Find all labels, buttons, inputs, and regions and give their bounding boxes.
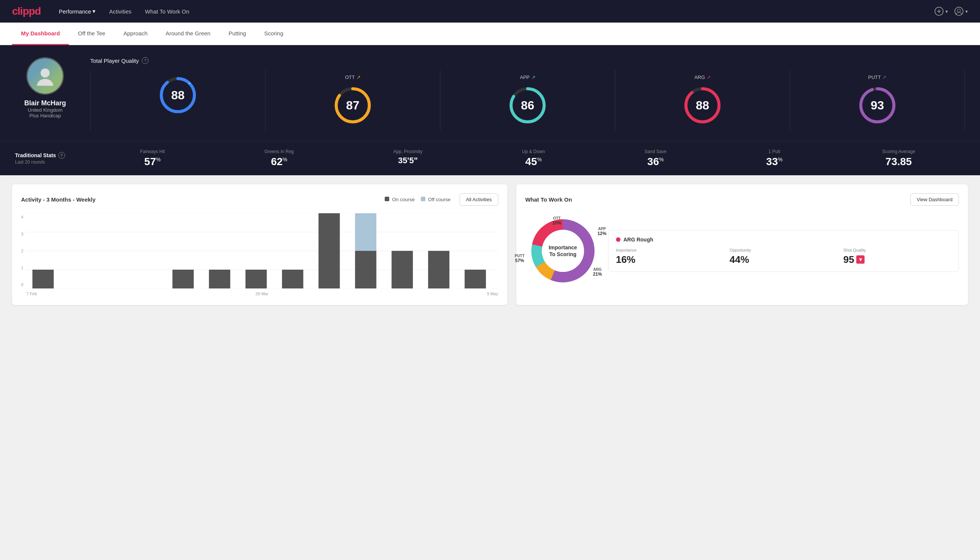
importance-metric: Importance 16% — [616, 248, 724, 265]
activity-chart-card: Activity - 3 Months - Weekly On course O… — [12, 184, 507, 305]
donut-center-text: Importance To Scoring — [549, 244, 577, 258]
trad-stats-sublabel: Last 20 rounds — [15, 160, 90, 165]
putt-label: PUTT — [868, 75, 881, 80]
app-arrow-icon: ↗ — [531, 75, 536, 80]
nav-right-icons: ▾ ▾ — [934, 7, 968, 16]
score-overall: 88 — [91, 70, 266, 130]
hero-section: Blair McHarg United Kingdom Plus Handica… — [0, 45, 980, 141]
activity-chart-title: Activity - 3 Months - Weekly — [21, 196, 95, 203]
arg-rough-title: ARG Rough — [624, 237, 653, 243]
importance-value: 16% — [616, 254, 724, 265]
bar-1-on — [32, 270, 54, 288]
cards-row: Activity - 3 Months - Weekly On course O… — [0, 175, 980, 314]
opportunity-metric: Opportunity 44% — [730, 248, 837, 265]
app-logo[interactable]: clippd — [12, 5, 41, 17]
bar-11-on — [391, 251, 413, 288]
bar-5-on — [173, 270, 194, 288]
score-arg: ARG ↗ 88 — [615, 70, 790, 130]
traditional-stats: Traditional Stats ? Last 20 rounds Fairw… — [0, 141, 980, 175]
stat-fairways-hit: Fairways Hit 57% — [140, 149, 165, 168]
nav-what-to-work-on[interactable]: What To Work On — [145, 8, 190, 15]
arg-label: ARG — [694, 75, 705, 80]
player-name: Blair McHarg — [24, 99, 66, 107]
score-putt-value: 93 — [870, 98, 884, 112]
score-app-value: 86 — [521, 98, 534, 112]
x-label-may: 9 May — [487, 292, 498, 296]
add-chevron-icon: ▾ — [945, 8, 948, 14]
shot-quality-value: 95 ▼ — [844, 254, 951, 265]
bar-12-on — [428, 251, 450, 288]
score-app: APP ↗ 86 — [440, 70, 615, 130]
add-button[interactable]: ▾ — [934, 7, 948, 16]
red-dot-icon — [616, 237, 621, 242]
importance-donut: Importance To Scoring PUTT 57% OTT 10% A… — [525, 213, 601, 288]
tab-my-dashboard[interactable]: My Dashboard — [12, 23, 69, 45]
svg-point-4 — [957, 9, 960, 12]
ott-arrow-icon: ↗ — [356, 75, 361, 80]
bar-13-on — [465, 270, 486, 288]
svg-point-5 — [41, 68, 50, 77]
score-putt: PUTT ↗ 93 — [790, 70, 965, 130]
arg-rough-card: ARG Rough Importance 16% Opportunity 44%… — [608, 230, 959, 272]
stat-1-putt: 1 Putt 33% — [766, 149, 782, 168]
all-activities-button[interactable]: All Activities — [459, 193, 498, 206]
off-course-legend-dot — [421, 197, 425, 201]
arg-ext-label: ARG 21% — [593, 267, 602, 277]
off-course-legend-label: Off course — [428, 197, 451, 202]
putt-ext-label: PUTT 57% — [515, 254, 524, 263]
view-dashboard-button[interactable]: View Dashboard — [910, 193, 959, 206]
y-label-2: 2 — [21, 248, 23, 253]
on-course-legend-dot — [385, 197, 389, 201]
y-label-4: 4 — [21, 215, 23, 219]
player-handicap: Plus Handicap — [29, 113, 61, 118]
wtwo-title: What To Work On — [525, 196, 572, 203]
ott-label: OTT — [345, 75, 355, 80]
chevron-down-icon: ▾ — [93, 8, 95, 15]
tab-approach[interactable]: Approach — [114, 23, 156, 45]
tab-around-the-green[interactable]: Around the Green — [156, 23, 219, 45]
tab-scoring[interactable]: Scoring — [255, 23, 292, 45]
nav-activities[interactable]: Activities — [109, 8, 131, 15]
bar-7-on — [246, 270, 267, 288]
arg-arrow-icon: ↗ — [707, 75, 711, 80]
stat-greens-in-reg: Greens In Reg 62% — [265, 149, 294, 168]
y-label-0: 0 — [21, 282, 23, 287]
bar-8-on — [282, 270, 303, 288]
down-badge-icon: ▼ — [856, 255, 865, 263]
stat-scoring-average: Scoring Average 73.85 — [882, 149, 915, 168]
shot-quality-metric: Shot Quality 95 ▼ — [844, 248, 951, 265]
app-ext-label: APP 12% — [597, 227, 607, 236]
stat-up-and-down: Up & Down 45% — [522, 149, 545, 168]
y-label-3: 3 — [21, 232, 23, 236]
player-info: Blair McHarg United Kingdom Plus Handica… — [15, 57, 75, 118]
what-to-work-on-card: What To Work On View Dashboard — [516, 184, 968, 305]
trad-stats-title: Traditional Stats — [15, 152, 56, 158]
tab-off-the-tee[interactable]: Off the Tee — [69, 23, 114, 45]
help-icon[interactable]: ? — [142, 57, 148, 64]
tab-putting[interactable]: Putting — [220, 23, 255, 45]
tabs-bar: My Dashboard Off the Tee Approach Around… — [0, 23, 980, 45]
chart-legend: On course Off course — [385, 197, 451, 202]
stat-sand-save: Sand Save 36% — [645, 149, 667, 168]
ott-ext-label: OTT 10% — [552, 216, 561, 226]
putt-arrow-icon: ↗ — [882, 75, 886, 80]
on-course-legend-label: On course — [392, 197, 415, 202]
bar-10-off — [355, 213, 376, 251]
bar-10-on — [355, 251, 376, 288]
bar-6-on — [209, 270, 231, 288]
avatar — [26, 57, 64, 95]
trad-help-icon[interactable]: ? — [58, 152, 65, 159]
x-label-mar: 28 Mar — [255, 292, 268, 296]
info-metrics: Importance 16% Opportunity 44% Shot Qual… — [616, 248, 951, 265]
y-label-1: 1 — [21, 265, 23, 270]
x-label-feb: 7 Feb — [26, 292, 37, 296]
app-label: APP — [520, 75, 529, 80]
donut-section: Importance To Scoring PUTT 57% OTT 10% A… — [525, 213, 959, 288]
nav-links: Performance ▾ Activities What To Work On — [59, 8, 934, 15]
nav-performance[interactable]: Performance ▾ — [59, 8, 95, 15]
opportunity-value: 44% — [730, 254, 837, 265]
user-menu[interactable]: ▾ — [954, 7, 968, 16]
bar-chart — [26, 213, 498, 288]
player-country: United Kingdom — [28, 107, 63, 113]
stat-app-proximity: App. Proximity 35'5" — [393, 149, 422, 168]
